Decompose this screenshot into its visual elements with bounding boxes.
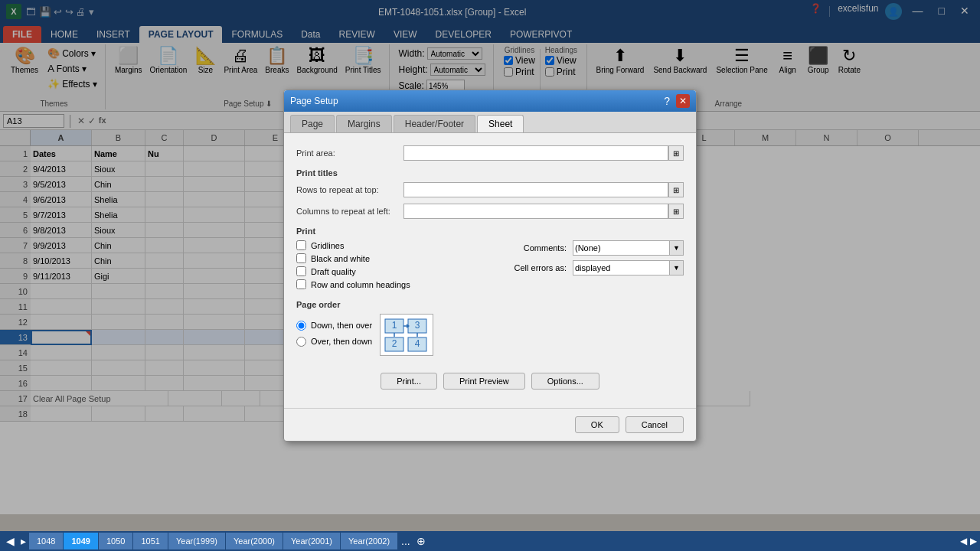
blackwhite-checkbox[interactable] bbox=[296, 253, 306, 263]
sheet-tab-year1999[interactable]: Year(1999) bbox=[168, 533, 226, 549]
print-preview-button[interactable]: Print Preview bbox=[443, 373, 525, 390]
cols-repeat-row: Columns to repeat at left: ⊞ bbox=[296, 204, 684, 219]
draft-checkbox-row: Draft quality bbox=[296, 266, 482, 276]
sheet-tab-1051[interactable]: 1051 bbox=[133, 533, 168, 549]
dialog-help-icon[interactable]: ? bbox=[664, 95, 670, 107]
dialog-tab-page[interactable]: Page bbox=[290, 115, 335, 132]
page-order-section: Page order Down, then over Over, then do… bbox=[296, 300, 684, 356]
down-then-over-label: Down, then over bbox=[311, 321, 372, 330]
blackwhite-checkbox-label: Black and white bbox=[311, 254, 370, 263]
status-bar: ◀ ▸ 1048 1049 1050 1051 Year(1999) Year(… bbox=[0, 531, 980, 551]
over-then-down-radio[interactable] bbox=[296, 337, 306, 347]
svg-text:3: 3 bbox=[415, 320, 420, 331]
comments-label: Comments: bbox=[498, 243, 567, 253]
cols-repeat-collapse-btn[interactable]: ⊞ bbox=[668, 204, 684, 219]
print-area-collapse-btn[interactable]: ⊞ bbox=[668, 145, 684, 161]
page-order-radios: Down, then over Over, then down bbox=[296, 321, 372, 350]
rows-repeat-collapse-btn[interactable]: ⊞ bbox=[668, 182, 684, 197]
modal-overlay: Page Setup ? ✕ Page Margins Header/Foote… bbox=[0, 0, 980, 531]
down-then-over-radio[interactable] bbox=[296, 321, 306, 331]
dialog-bottom-buttons: Print... Print Preview Options... bbox=[284, 368, 696, 400]
over-then-down-label: Over, then down bbox=[311, 337, 372, 346]
page-order-diagram: 1 3 2 4 bbox=[380, 314, 433, 356]
svg-text:2: 2 bbox=[392, 338, 397, 349]
scroll-left-icon[interactable]: ◀ bbox=[960, 536, 967, 546]
blackwhite-checkbox-row: Black and white bbox=[296, 253, 482, 263]
print-dropdowns: Comments: (None) At end of sheet As disp… bbox=[498, 240, 684, 292]
cell-errors-row: Cell errors as: displayed -- N/A #N/A ▼ bbox=[498, 260, 684, 276]
page-order-label: Page order bbox=[296, 300, 684, 309]
print-area-row: Print area: ⊞ bbox=[296, 145, 684, 161]
sheet-tab-year2000[interactable]: Year(2000) bbox=[226, 533, 283, 549]
dialog-tab-sheet[interactable]: Sheet bbox=[477, 115, 524, 132]
print-area-input[interactable] bbox=[403, 145, 668, 161]
sheet-tab-prev2[interactable]: ▸ bbox=[18, 535, 29, 547]
scroll-right-icon[interactable]: ▶ bbox=[970, 536, 977, 546]
cell-errors-dropdown-arrow[interactable]: ▼ bbox=[670, 260, 684, 276]
ok-button[interactable]: OK bbox=[575, 416, 619, 433]
dialog-footer: OK Cancel bbox=[284, 408, 696, 441]
sheet-tab-1050[interactable]: 1050 bbox=[99, 533, 133, 549]
dialog-tab-bar: Page Margins Header/Footer Sheet bbox=[284, 112, 696, 133]
down-then-over-row: Down, then over bbox=[296, 321, 372, 331]
sheet-tab-year2002[interactable]: Year(2002) bbox=[341, 533, 398, 549]
rowcol-checkbox-row: Row and column headings bbox=[296, 279, 482, 289]
dialog-title-bar: Page Setup ? ✕ bbox=[284, 90, 696, 112]
svg-text:4: 4 bbox=[415, 338, 420, 349]
dialog-body: Print area: ⊞ Print titles Rows to repea… bbox=[284, 133, 696, 368]
print-options-area: Gridlines Black and white Draft quality … bbox=[296, 240, 684, 292]
draft-checkbox-label: Draft quality bbox=[311, 267, 356, 276]
rows-repeat-row: Rows to repeat at top: ⊞ bbox=[296, 182, 684, 197]
rowcol-checkbox[interactable] bbox=[296, 279, 306, 289]
print-titles-section: Print titles bbox=[296, 168, 684, 178]
rows-repeat-label: Rows to repeat at top: bbox=[296, 185, 403, 194]
sheet-tab-1049[interactable]: 1049 bbox=[64, 533, 98, 549]
draft-checkbox[interactable] bbox=[296, 266, 306, 276]
comments-dropdown-arrow[interactable]: ▼ bbox=[670, 240, 684, 256]
dialog-close-button[interactable]: ✕ bbox=[676, 94, 690, 108]
svg-text:1: 1 bbox=[392, 320, 397, 331]
cell-errors-label: Cell errors as: bbox=[498, 263, 567, 272]
print-checkboxes: Gridlines Black and white Draft quality … bbox=[296, 240, 482, 292]
page-setup-dialog: Page Setup ? ✕ Page Margins Header/Foote… bbox=[283, 90, 697, 442]
gridlines-checkbox-label: Gridlines bbox=[311, 241, 344, 250]
over-then-down-row: Over, then down bbox=[296, 337, 372, 347]
sheet-tab-prev[interactable]: ◀ bbox=[3, 535, 18, 547]
cols-repeat-label: Columns to repeat at left: bbox=[296, 207, 403, 216]
sheet-tabs-more[interactable]: ... bbox=[398, 535, 413, 547]
cols-repeat-input[interactable] bbox=[403, 204, 668, 219]
comments-select[interactable]: (None) At end of sheet As displayed on s… bbox=[573, 240, 670, 256]
dialog-tab-margins[interactable]: Margins bbox=[336, 115, 392, 132]
comments-row: Comments: (None) At end of sheet As disp… bbox=[498, 240, 684, 256]
cell-errors-select[interactable]: displayed -- N/A #N/A bbox=[573, 260, 670, 276]
dialog-title: Page Setup bbox=[290, 96, 338, 106]
cancel-button[interactable]: Cancel bbox=[626, 416, 684, 433]
dialog-title-buttons: ? ✕ bbox=[664, 94, 690, 108]
sheet-tab-1048[interactable]: 1048 bbox=[29, 533, 64, 549]
sheet-tab-year2001[interactable]: Year(2001) bbox=[283, 533, 341, 549]
options-button[interactable]: Options... bbox=[531, 373, 599, 390]
rowcol-checkbox-label: Row and column headings bbox=[311, 280, 410, 289]
print-section-label: Print bbox=[296, 227, 684, 236]
dialog-tab-headerfooter[interactable]: Header/Footer bbox=[394, 115, 475, 132]
print-button[interactable]: Print... bbox=[381, 373, 437, 390]
gridlines-checkbox[interactable] bbox=[296, 240, 306, 250]
cell-errors-select-wrap: displayed -- N/A #N/A ▼ bbox=[573, 260, 684, 276]
page-order-svg: 1 3 2 4 bbox=[384, 318, 430, 353]
rows-repeat-input[interactable] bbox=[403, 182, 668, 197]
status-right: ◀ ▶ bbox=[960, 536, 977, 546]
print-area-label: Print area: bbox=[296, 148, 403, 158]
gridlines-checkbox-row: Gridlines bbox=[296, 240, 482, 250]
page-order-content: Down, then over Over, then down 1 bbox=[296, 314, 684, 356]
sheet-tab-add[interactable]: ⊕ bbox=[413, 535, 429, 547]
sheet-tabs: ◀ ▸ 1048 1049 1050 1051 Year(1999) Year(… bbox=[3, 533, 429, 549]
comments-select-wrap: (None) At end of sheet As displayed on s… bbox=[573, 240, 684, 256]
